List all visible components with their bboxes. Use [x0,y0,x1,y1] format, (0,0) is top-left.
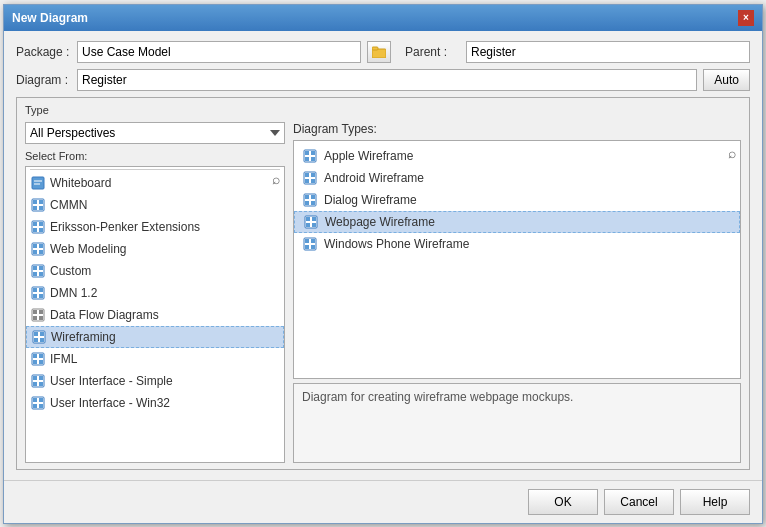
list-item-label: CMMN [50,198,87,212]
svg-rect-38 [34,338,38,342]
right-search-icon[interactable]: ⌕ [728,145,736,161]
right-list-item-label: Webpage Wireframe [325,215,435,229]
windows-phone-wireframe-icon [302,236,318,252]
package-folder-button[interactable] [367,41,391,63]
svg-rect-63 [305,179,309,183]
icon-svg [31,286,45,300]
list-item[interactable]: IFML [26,348,284,370]
svg-rect-24 [39,272,43,276]
cmmn-icon [30,197,46,213]
package-input[interactable] [77,41,361,63]
svg-rect-48 [33,382,37,386]
svg-rect-46 [33,376,37,380]
icon-svg [31,176,45,190]
right-list[interactable]: Apple Wireframe Android Wireframe [294,141,740,378]
auto-button[interactable]: Auto [703,69,750,91]
svg-rect-39 [40,338,44,342]
svg-rect-66 [305,195,309,199]
new-diagram-dialog: New Diagram × Package : Parent : Diagram… [3,4,763,524]
svg-rect-13 [33,228,37,232]
dialog-body: Package : Parent : Diagram : Auto Type [4,31,762,480]
svg-rect-44 [39,360,43,364]
package-label: Package : [16,45,71,59]
right-list-item[interactable]: Apple Wireframe [294,145,740,167]
svg-rect-58 [305,157,309,161]
left-search-icon[interactable]: ⌕ [272,171,280,187]
list-item-label: IFML [50,352,77,366]
ok-button[interactable]: OK [528,489,598,515]
svg-rect-59 [311,157,315,161]
diagram-types-label: Diagram Types: [293,122,741,136]
list-item-label: Eriksson-Penker Extensions [50,220,200,234]
cancel-button[interactable]: Cancel [604,489,674,515]
diagram-input[interactable] [77,69,697,91]
ui-simple-icon [30,373,46,389]
icon-svg [31,220,45,234]
list-item[interactable]: Web Modeling [26,238,284,260]
parent-input[interactable] [466,41,750,63]
help-button[interactable]: Help [680,489,750,515]
list-item[interactable]: User Interface - Win32 [26,392,284,414]
svg-rect-16 [33,244,37,248]
apple-wireframe-icon [302,148,318,164]
left-list[interactable]: Whiteboard CMMN [26,167,284,462]
left-list-container: ⌕ Whiteboard [25,166,285,463]
svg-rect-2 [32,177,44,189]
svg-rect-52 [39,398,43,402]
svg-rect-69 [311,201,315,205]
dialog-footer: OK Cancel Help [4,480,762,523]
diagram-label: Diagram : [16,73,71,87]
package-row: Package : Parent : [16,41,750,63]
icon-svg [31,264,45,278]
svg-rect-78 [305,245,309,249]
list-item[interactable]: Custom [26,260,284,282]
svg-rect-27 [39,288,43,292]
icon-svg [31,198,45,212]
list-item[interactable]: DMN 1.2 [26,282,284,304]
description-box: Diagram for creating wireframe webpage m… [293,383,741,463]
right-list-item-label: Apple Wireframe [324,149,413,163]
icon-svg [31,352,45,366]
svg-rect-8 [33,206,37,210]
list-item-label: Data Flow Diagrams [50,308,159,322]
svg-rect-31 [33,310,37,314]
right-list-item[interactable]: Windows Phone Wireframe [294,233,740,255]
icon-svg [31,308,45,322]
list-item-label: DMN 1.2 [50,286,97,300]
custom-icon [30,263,46,279]
left-panel: All Perspectives Custom UML SysML Select… [25,122,285,463]
svg-rect-33 [33,316,37,320]
dialog-wireframe-icon [302,192,318,208]
parent-label: Parent : [405,45,460,59]
svg-rect-32 [39,310,43,314]
right-list-item[interactable]: Dialog Wireframe [294,189,740,211]
right-list-item-webpage[interactable]: Webpage Wireframe [294,211,740,233]
svg-rect-19 [39,250,43,254]
title-bar: New Diagram × [4,5,762,31]
svg-rect-26 [33,288,37,292]
perspective-select[interactable]: All Perspectives Custom UML SysML [25,122,285,144]
list-item[interactable]: Whiteboard [26,172,284,194]
right-panel: Diagram Types: ⌕ Apple Wireframe [293,122,741,463]
folder-icon [372,46,386,58]
diagram-row: Diagram : Auto [16,69,750,91]
list-divider-top [30,169,280,170]
svg-rect-51 [33,398,37,402]
webpage-wireframe-icon [303,214,319,230]
svg-rect-6 [33,200,37,204]
right-list-item[interactable]: Android Wireframe [294,167,740,189]
svg-rect-57 [311,151,315,155]
svg-rect-18 [33,250,37,254]
svg-rect-61 [305,173,309,177]
description-text: Diagram for creating wireframe webpage m… [302,390,573,404]
list-item[interactable]: CMMN [26,194,284,216]
right-list-container: ⌕ Apple Wireframe [293,140,741,379]
icon-svg [31,242,45,256]
close-button[interactable]: × [738,10,754,26]
list-item[interactable]: Data Flow Diagrams [26,304,284,326]
list-item-wireframing[interactable]: Wireframing [26,326,284,348]
dmn-icon [30,285,46,301]
list-item[interactable]: Eriksson-Penker Extensions [26,216,284,238]
svg-rect-72 [312,217,316,221]
list-item[interactable]: User Interface - Simple [26,370,284,392]
